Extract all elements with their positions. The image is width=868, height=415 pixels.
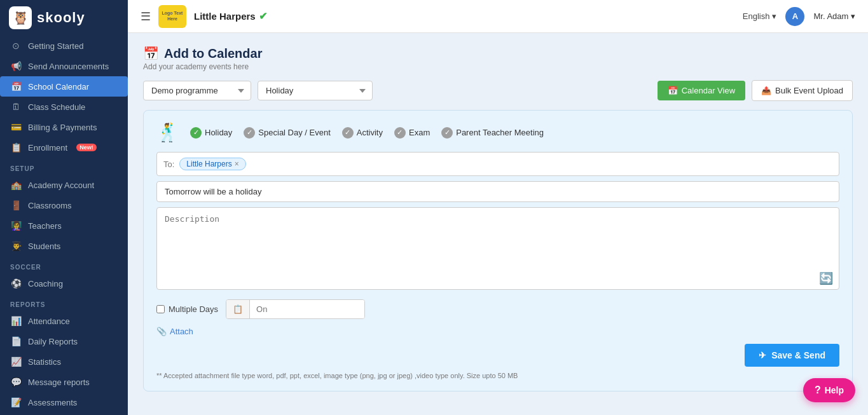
billing-icon: 💳 (10, 122, 22, 132)
sidebar-item-daily-reports[interactable]: 📄 Daily Reports (0, 331, 128, 351)
to-label: To: (163, 160, 174, 169)
sidebar-nav: ⊙ Getting Started 📢 Send Announcements 📅… (0, 36, 128, 415)
sidebar-item-assessments[interactable]: 📝 Assessments (0, 392, 128, 412)
description-wrapper: 🔄 (156, 207, 839, 292)
sidebar-item-school-calendar[interactable]: 📅 School Calendar (0, 76, 128, 97)
coaching-icon: ⚽ (10, 278, 22, 289)
multiple-days-checkbox[interactable] (156, 305, 165, 313)
subject-input[interactable] (156, 181, 839, 202)
multiple-days-checkbox-label[interactable]: Multiple Days (156, 304, 218, 314)
programme-dropdown[interactable]: Demo programme Main programme (143, 81, 251, 100)
sidebar-item-attendance[interactable]: 📊 Attendance (0, 311, 128, 331)
calendar-view-icon: 📅 (668, 86, 678, 95)
person-decoration-icon: 🕺 (156, 122, 179, 143)
send-icon: ✈ (759, 350, 766, 360)
sidebar-item-class-schedule[interactable]: 🗓 Class Schedule (0, 97, 128, 117)
topbar-right: English ▾ A Mr. Adam ▾ (743, 7, 855, 26)
event-type-special-day[interactable]: ✓ Special Day / Event (244, 127, 330, 139)
save-send-button[interactable]: ✈ Save & Send (745, 344, 839, 367)
section-setup: SETUP (0, 158, 128, 175)
event-types-row: 🕺 ✓ Holiday ✓ Special Day / Event ✓ Acti… (156, 122, 839, 143)
sidebar-logo: 🦉 skooly (0, 0, 128, 36)
event-type-exam[interactable]: ✓ Exam (394, 127, 430, 139)
enrollment-icon: 📋 (10, 142, 22, 153)
user-name[interactable]: Mr. Adam ▾ (813, 11, 855, 21)
home-icon: ⊙ (10, 41, 22, 51)
sidebar-item-academy-account[interactable]: 🏫 Academy Account (0, 175, 128, 195)
bulk-upload-button[interactable]: 📤 Bulk Event Upload (752, 80, 853, 101)
main-area: ☰ Logo Text Here Little Harpers ✔ Englis… (128, 0, 868, 415)
sidebar-label: Message reports (28, 378, 90, 387)
help-circle-icon: ? (815, 384, 821, 396)
event-type-holiday[interactable]: ✓ Holiday (190, 127, 232, 139)
section-soccer: SOCCER (0, 256, 128, 273)
sidebar-item-enrollment[interactable]: 📋 Enrollment New! (0, 137, 128, 158)
upload-icon: 📤 (761, 86, 771, 95)
sidebar-label: Daily Reports (28, 337, 78, 346)
to-field-row: To: Little Harpers × (156, 152, 839, 176)
calendar-view-button[interactable]: 📅 Calendar View (658, 81, 745, 100)
date-field: 📋 (226, 299, 365, 319)
sidebar-label: Coaching (28, 279, 63, 289)
section-reports: REPORTS (0, 294, 128, 311)
sidebar-item-statistics[interactable]: 📈 Statistics (0, 351, 128, 372)
sidebar: 🦉 skooly ⊙ Getting Started 📢 Send Announ… (0, 0, 128, 415)
section-skooly-account: SKOOLY ACCOUNT (0, 412, 128, 415)
sidebar-item-send-announcements[interactable]: 📢 Send Announcements (0, 56, 128, 76)
sidebar-item-message-reports[interactable]: 💬 Message reports (0, 372, 128, 392)
sidebar-label: Teachers (28, 221, 62, 231)
date-input[interactable] (250, 300, 364, 318)
toolbar-row: Demo programme Main programme Holiday Sp… (143, 80, 853, 101)
parent-teacher-check-icon: ✓ (441, 127, 453, 139)
lang-dropdown-icon: ▾ (772, 11, 776, 21)
event-type-parent-teacher[interactable]: ✓ Parent Teacher Meeting (441, 127, 544, 139)
avatar: A (785, 7, 804, 26)
sidebar-label: Class Schedule (28, 102, 85, 112)
exam-check-icon: ✓ (394, 127, 406, 139)
sidebar-item-teachers[interactable]: 👩‍🏫 Teachers (0, 215, 128, 236)
sidebar-label: Statistics (28, 357, 61, 367)
sidebar-label: Assessments (28, 398, 77, 407)
students-icon: 👨‍🎓 (10, 241, 22, 251)
description-refresh-icon[interactable]: 🔄 (819, 271, 833, 285)
description-textarea[interactable] (156, 207, 839, 290)
academy-icon: 🏫 (10, 180, 22, 190)
attach-link[interactable]: 📎 Attach (156, 327, 839, 336)
form-footer: ✈ Save & Send ** Accepted attachment fil… (156, 344, 839, 379)
content-area: 📅 Add to Calendar Add your academy event… (128, 33, 868, 415)
sidebar-item-classrooms[interactable]: 🚪 Classrooms (0, 195, 128, 215)
sidebar-item-students[interactable]: 👨‍🎓 Students (0, 236, 128, 256)
paperclip-icon: 📎 (156, 327, 167, 336)
schedule-icon: 🗓 (10, 102, 22, 112)
sidebar-label: Students (28, 242, 60, 251)
sidebar-label: Billing & Payments (28, 123, 97, 132)
statistics-icon: 📈 (10, 357, 22, 367)
activity-check-icon: ✓ (342, 127, 354, 139)
page-subtitle: Add your academy events here (143, 62, 853, 71)
tag-close-icon[interactable]: × (235, 160, 239, 168)
event-type-activity[interactable]: ✓ Activity (342, 127, 383, 139)
sidebar-label: Enrollment (28, 143, 67, 153)
page-header: 📅 Add to Calendar Add your academy event… (143, 46, 853, 71)
announcements-icon: 📢 (10, 61, 22, 71)
app-logo-icon: 🦉 (9, 6, 32, 29)
help-button[interactable]: ? Help (803, 378, 855, 402)
school-name: Little Harpers ✔ (194, 10, 267, 22)
hamburger-menu[interactable]: ☰ (141, 10, 151, 24)
sidebar-label: School Calendar (28, 82, 89, 92)
sidebar-label: Send Announcements (28, 62, 109, 71)
sidebar-item-coaching[interactable]: ⚽ Coaching (0, 273, 128, 294)
attach-row: 📎 Attach (156, 327, 839, 336)
holiday-check-icon: ✓ (190, 127, 202, 139)
app-name: skooly (37, 10, 85, 26)
calendar-title-icon: 📅 (143, 46, 159, 61)
sidebar-item-billing-payments[interactable]: 💳 Billing & Payments (0, 117, 128, 137)
reports-icon: 📄 (10, 336, 22, 346)
sidebar-item-getting-started[interactable]: ⊙ Getting Started (0, 36, 128, 56)
calendar-picker-icon[interactable]: 📋 (226, 300, 250, 318)
sidebar-label: Attendance (28, 316, 70, 326)
recipient-tag[interactable]: Little Harpers × (179, 158, 245, 170)
event-type-dropdown[interactable]: Holiday Special Day / Event Activity Exa… (258, 81, 373, 100)
footer-note: ** Accepted attachment file type word, p… (156, 372, 518, 379)
language-selector[interactable]: English ▾ (743, 11, 777, 21)
